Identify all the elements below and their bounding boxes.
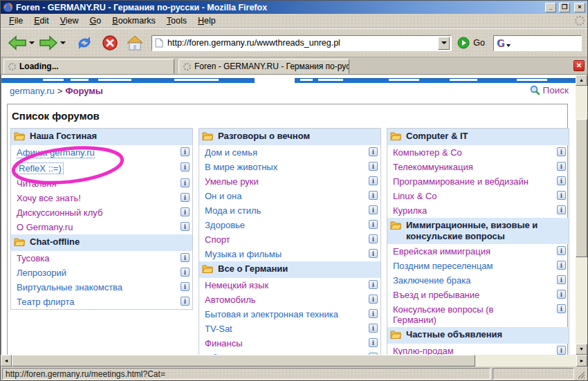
info-button[interactable]: i bbox=[369, 324, 378, 333]
info-button[interactable]: i bbox=[557, 246, 566, 255]
forum-link[interactable]: Тусовка bbox=[17, 253, 50, 263]
forum-search-link[interactable]: Поиск bbox=[530, 85, 569, 95]
forum-link[interactable]: Хочу все знать! bbox=[17, 193, 81, 203]
forum-link[interactable]: Программирование и вебдизайн bbox=[393, 176, 529, 187]
forum-link[interactable]: Мода и стиль bbox=[205, 205, 261, 216]
forum-link[interactable]: Бытовая и электронная техника bbox=[205, 309, 338, 319]
info-button[interactable]: i bbox=[181, 147, 190, 156]
info-button[interactable]: i bbox=[181, 253, 190, 262]
forum-link[interactable]: Здоровье bbox=[205, 220, 245, 230]
info-button[interactable]: i bbox=[181, 178, 190, 187]
info-button[interactable]: i bbox=[557, 176, 566, 185]
maximize-button[interactable]: ❒ bbox=[559, 3, 570, 12]
info-button[interactable]: i bbox=[369, 162, 378, 171]
minimize-button[interactable]: _ bbox=[545, 3, 556, 12]
resize-grip[interactable] bbox=[576, 368, 586, 380]
info-button[interactable]: i bbox=[369, 338, 378, 347]
scroll-up-button[interactable] bbox=[576, 75, 587, 86]
info-button[interactable]: i bbox=[181, 193, 190, 202]
info-button[interactable]: i bbox=[557, 290, 566, 299]
info-button[interactable]: i bbox=[557, 304, 566, 313]
menu-item-go[interactable]: Go bbox=[84, 15, 107, 27]
forum-link[interactable]: Спорт bbox=[205, 234, 230, 245]
horizontal-scrollbar[interactable] bbox=[1, 355, 587, 366]
info-button[interactable]: i bbox=[557, 261, 566, 270]
forum-link[interactable]: Читальня bbox=[17, 178, 57, 189]
info-button[interactable]: i bbox=[369, 234, 378, 243]
info-button[interactable]: i bbox=[369, 147, 378, 156]
forum-link[interactable]: Виртуальные знакомства bbox=[17, 282, 122, 292]
back-button[interactable] bbox=[6, 34, 28, 52]
vertical-scroll-thumb[interactable] bbox=[576, 119, 587, 257]
forum-link[interactable]: Дом и семья bbox=[205, 147, 257, 158]
info-button[interactable]: i bbox=[181, 162, 190, 171]
forward-button[interactable] bbox=[37, 34, 59, 52]
info-button[interactable]: i bbox=[557, 205, 566, 214]
forum-link[interactable]: Немецкий язык bbox=[205, 280, 268, 290]
forum-link[interactable]: Музыка и фильмы bbox=[205, 249, 282, 259]
url-input[interactable] bbox=[166, 37, 438, 50]
url-dropdown-button[interactable] bbox=[438, 37, 450, 50]
menu-item-help[interactable]: Help bbox=[192, 15, 221, 27]
info-button[interactable]: i bbox=[369, 249, 378, 258]
menu-item-file[interactable]: File bbox=[3, 15, 28, 27]
tab-close-button[interactable]: ✕ bbox=[573, 60, 585, 71]
scroll-right-button[interactable] bbox=[576, 355, 587, 366]
forum-link[interactable]: Въезд и пребывание bbox=[393, 290, 479, 300]
info-button[interactable]: i bbox=[369, 309, 378, 318]
info-button[interactable]: i bbox=[557, 147, 566, 156]
horizontal-scroll-thumb[interactable] bbox=[12, 355, 475, 366]
info-button[interactable]: i bbox=[181, 282, 190, 291]
vertical-scrollbar[interactable] bbox=[576, 75, 587, 355]
tab-2[interactable]: Foren - GERMANY.RU - Германия по-русски bbox=[178, 59, 349, 74]
forum-link[interactable]: Курилка bbox=[393, 205, 427, 216]
forum-link[interactable]: TV-Sat bbox=[205, 324, 232, 334]
search-box[interactable]: G bbox=[493, 35, 582, 51]
reload-button[interactable] bbox=[74, 33, 95, 53]
forum-link[interactable]: Куплю-продам bbox=[393, 346, 454, 355]
stop-button[interactable] bbox=[100, 33, 120, 53]
breadcrumb-site-link[interactable]: germany.ru bbox=[10, 86, 55, 96]
info-button[interactable]: i bbox=[369, 205, 378, 214]
forum-link[interactable]: Финансы bbox=[205, 338, 243, 349]
forum-link[interactable]: О Germany.ru bbox=[17, 222, 73, 232]
forum-link[interactable]: Консульские вопросы (в Германии) bbox=[393, 304, 504, 325]
go-icon[interactable] bbox=[457, 37, 470, 49]
info-button[interactable]: i bbox=[557, 162, 566, 171]
forward-dropdown-icon[interactable] bbox=[60, 41, 66, 44]
forum-link[interactable]: Лепрозорий bbox=[17, 268, 66, 278]
info-button[interactable]: i bbox=[369, 176, 378, 185]
info-button[interactable]: i bbox=[181, 297, 190, 306]
forum-link[interactable]: Умелые руки bbox=[205, 176, 259, 187]
menu-item-bookmarks[interactable]: Bookmarks bbox=[107, 15, 161, 27]
tab-1[interactable]: Loading... bbox=[3, 59, 174, 74]
menu-item-view[interactable]: View bbox=[55, 15, 84, 27]
forum-link[interactable]: Linux & Co bbox=[393, 191, 437, 201]
forum-link[interactable]: Еврейская иммиграция bbox=[393, 246, 490, 257]
forum-link[interactable]: Он и она bbox=[205, 191, 241, 201]
info-button[interactable]: i bbox=[369, 280, 378, 289]
info-button[interactable]: i bbox=[181, 268, 190, 277]
back-dropdown-icon[interactable] bbox=[29, 41, 35, 44]
forum-link[interactable]: Афиша germany.ru bbox=[17, 147, 95, 158]
forum-link[interactable]: Автомобиль bbox=[205, 295, 256, 305]
info-button[interactable]: i bbox=[369, 295, 378, 304]
scroll-down-button[interactable] bbox=[576, 344, 587, 355]
forum-link[interactable]: Телекоммуникация bbox=[393, 162, 473, 172]
forum-link[interactable]: Театр флирта bbox=[17, 297, 74, 307]
menu-item-tools[interactable]: Tools bbox=[161, 15, 192, 27]
forum-link[interactable]: Дискуссионный клуб bbox=[17, 207, 102, 218]
scroll-left-button[interactable] bbox=[1, 355, 12, 366]
forum-link[interactable]: Заключение брака bbox=[393, 275, 470, 286]
breadcrumb-current[interactable]: Форумы bbox=[65, 86, 103, 96]
forum-link[interactable]: RefleX ::=) bbox=[17, 162, 64, 174]
forum-link[interactable]: В мире животных bbox=[205, 162, 277, 172]
info-button[interactable]: i bbox=[181, 222, 190, 231]
info-button[interactable]: i bbox=[369, 220, 378, 229]
close-button[interactable]: × bbox=[574, 3, 585, 12]
info-button[interactable]: i bbox=[181, 207, 190, 216]
forum-link[interactable]: Компьютер & Co bbox=[393, 147, 462, 158]
info-button[interactable]: i bbox=[557, 275, 566, 284]
menu-item-edit[interactable]: Edit bbox=[28, 15, 55, 27]
info-button[interactable]: i bbox=[369, 191, 378, 200]
